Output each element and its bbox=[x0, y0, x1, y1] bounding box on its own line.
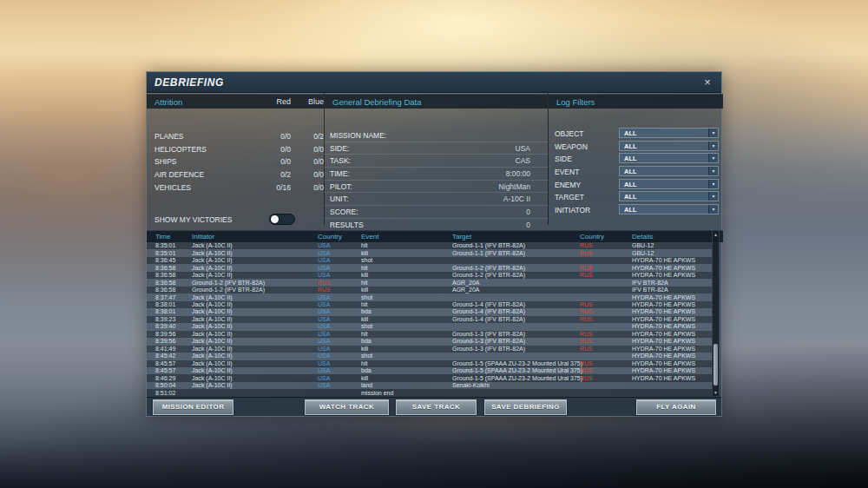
chevron-down-icon[interactable]: ▾ bbox=[708, 142, 718, 150]
attrition-blue-value: 0/0 bbox=[293, 170, 324, 179]
log-table-row[interactable]: 8:39:23 Jack (A-10C II) USA kill Ground-… bbox=[147, 316, 713, 323]
log-initiator-country: USA bbox=[316, 316, 359, 323]
log-initiator: Jack (A-10C II) bbox=[190, 382, 316, 389]
log-target: Ground-1-4 (IFV BTR-82A) bbox=[450, 308, 578, 315]
filter-event-dropdown[interactable]: ALL ▾ bbox=[619, 166, 719, 176]
chevron-down-icon[interactable]: ▾ bbox=[708, 167, 718, 175]
dropdown-value: ALL bbox=[624, 181, 637, 188]
log-table-row[interactable]: 8:46:29 Jack (A-10C II) USA kill Ground-… bbox=[147, 374, 713, 381]
scroll-down-icon[interactable]: ▼ bbox=[713, 389, 719, 396]
log-details: HYDRA-70 HE APKWS bbox=[630, 331, 713, 338]
log-table-row[interactable]: 8:51:02 mission end bbox=[147, 389, 713, 396]
log-event: shot bbox=[359, 257, 450, 264]
show-my-victories: SHOW MY VICTORIES bbox=[155, 213, 319, 227]
general-field-label: SIDE: bbox=[330, 144, 349, 153]
log-target: Ground-1-3 (IFV BTR-82A) bbox=[450, 346, 578, 353]
general-field-value: USA bbox=[516, 144, 530, 153]
log-initiator-country: USA bbox=[316, 360, 359, 367]
log-event: land bbox=[359, 382, 450, 389]
chevron-down-icon[interactable]: ▾ bbox=[708, 154, 718, 162]
general-field-value: CAS bbox=[516, 156, 530, 165]
fly-again-button[interactable]: FLY AGAIN bbox=[636, 399, 716, 415]
chevron-down-icon[interactable]: ▾ bbox=[708, 129, 718, 137]
chevron-down-icon[interactable]: ▾ bbox=[708, 180, 718, 188]
log-event: shot bbox=[359, 353, 450, 359]
log-table-row[interactable]: 8:36:58 Jack (A-10C II) USA kill Ground-… bbox=[147, 272, 713, 279]
save-debriefing-button[interactable]: SAVE DEBRIEFING bbox=[484, 399, 567, 415]
scrollbar-thumb[interactable] bbox=[713, 344, 718, 386]
log-table-row[interactable]: 8:36:45 Jack (A-10C II) USA shot HYDRA-7… bbox=[147, 257, 713, 264]
attrition-red-header: Red bbox=[266, 97, 291, 106]
attrition-blue-header: Blue bbox=[299, 97, 324, 106]
attrition-row: SHIPS 0/0 0/0 bbox=[147, 156, 324, 169]
general-field-label: RESULTS bbox=[330, 221, 364, 229]
log-initiator-country: USA bbox=[316, 250, 359, 257]
chevron-down-icon[interactable]: ▾ bbox=[708, 205, 718, 214]
log-time: 8:36:45 bbox=[150, 257, 190, 264]
log-table-row[interactable]: 8:35:01 Jack (A-10C II) USA hit Ground-1… bbox=[147, 242, 713, 249]
show-my-victories-toggle[interactable] bbox=[269, 214, 295, 225]
log-table-row[interactable]: 8:41:49 Jack (A-10C II) USA kill Ground-… bbox=[147, 346, 713, 353]
general-field-row: MISSION NAME: bbox=[324, 129, 548, 142]
log-initiator: Jack (A-10C II) bbox=[190, 265, 316, 272]
filter-label: EVENT bbox=[555, 168, 579, 176]
log-table-row[interactable]: 8:39:40 Jack (A-10C II) USA shot HYDRA-7… bbox=[147, 323, 713, 330]
log-target-country: RUS bbox=[578, 265, 630, 272]
log-event: kill bbox=[359, 375, 450, 382]
log-initiator-country: USA bbox=[316, 323, 359, 330]
log-table-rows: 8:35:01 Jack (A-10C II) USA hit Ground-1… bbox=[147, 242, 713, 397]
log-target: Ground-1-1 (IFV BTR-82A) bbox=[450, 242, 578, 249]
log-table-row[interactable]: 8:45:57 Jack (A-10C II) USA bda Ground-1… bbox=[147, 367, 713, 374]
log-table-row[interactable]: 8:39:56 Jack (A-10C II) USA hit Ground-1… bbox=[147, 331, 713, 338]
log-details: HYDRA-70 HE APKWS bbox=[630, 301, 713, 308]
log-table-row[interactable]: 8:45:57 Jack (A-10C II) USA hit Ground-1… bbox=[147, 360, 713, 367]
log-time: 8:46:29 bbox=[150, 375, 190, 382]
filter-enemy-dropdown[interactable]: ALL ▾ bbox=[619, 179, 719, 189]
log-time: 8:39:40 bbox=[150, 323, 190, 330]
log-details: HYDRA-70 HE APKWS bbox=[630, 346, 713, 353]
dropdown-value: ALL bbox=[624, 206, 637, 214]
log-table-row[interactable]: 8:37:47 Jack (A-10C II) USA shot HYDRA-7… bbox=[147, 293, 713, 300]
log-details: HYDRA-70 HE APKWS bbox=[630, 308, 713, 315]
dialog-titlebar: DEBRIEFING × bbox=[147, 72, 721, 93]
log-time: 8:37:47 bbox=[150, 294, 190, 301]
attrition-blue-value: 0/0 bbox=[293, 183, 324, 192]
log-target-country: RUS bbox=[578, 242, 630, 249]
close-icon[interactable]: × bbox=[700, 76, 714, 89]
filter-object-dropdown[interactable]: ALL ▾ bbox=[619, 128, 719, 138]
save-track-button[interactable]: SAVE TRACK bbox=[396, 399, 477, 415]
log-table-row[interactable]: 8:39:56 Jack (A-10C II) USA bda Ground-1… bbox=[147, 338, 713, 345]
attrition-row: AIR DEFENCE 0/2 0/0 bbox=[147, 169, 324, 182]
log-target: Ground-1-1 (IFV BTR-82A) bbox=[450, 250, 578, 257]
log-time: 8:39:23 bbox=[150, 316, 190, 323]
attrition-red-value: 0/0 bbox=[260, 145, 291, 154]
log-table-row[interactable]: 8:35:01 Jack (A-10C II) USA kill Ground-… bbox=[147, 249, 713, 256]
filter-side-dropdown[interactable]: ALL ▾ bbox=[619, 153, 719, 163]
scroll-up-icon[interactable]: ▲ bbox=[713, 231, 719, 238]
log-table-row[interactable]: 8:45:42 Jack (A-10C II) USA shot HYDRA-7… bbox=[147, 353, 713, 359]
log-scrollbar[interactable]: ▲ ▼ bbox=[712, 230, 720, 397]
log-table-row[interactable]: 8:38:01 Jack (A-10C II) USA bda Ground-1… bbox=[147, 308, 713, 315]
log-table-row[interactable]: 8:36:58 Jack (A-10C II) USA hit Ground-1… bbox=[147, 264, 713, 271]
filter-target-dropdown[interactable]: ALL ▾ bbox=[619, 191, 719, 201]
log-column-header: Country bbox=[316, 233, 359, 241]
log-table-row[interactable]: 8:50:04 Jack (A-10C II) USA land Senaki-… bbox=[147, 382, 713, 389]
log-details: IFV BTR-82A bbox=[630, 287, 713, 293]
log-initiator: Jack (A-10C II) bbox=[190, 375, 316, 382]
general-title: General Debriefing Data bbox=[332, 97, 421, 107]
log-table-row[interactable]: 8:36:58 Ground-1-2 (IFV BTR-82A) RUS kil… bbox=[147, 287, 713, 293]
log-time: 8:45:57 bbox=[150, 360, 190, 367]
log-target: AGR_20A bbox=[450, 280, 578, 287]
log-table-row[interactable]: 8:36:58 Ground-1-2 (IFV BTR-82A) RUS hit… bbox=[147, 279, 713, 286]
attrition-blue-value: 0/0 bbox=[293, 157, 324, 166]
filter-weapon-dropdown[interactable]: ALL ▾ bbox=[619, 141, 719, 151]
dropdown-value: ALL bbox=[624, 168, 637, 175]
log-table-row[interactable]: 8:38:01 Jack (A-10C II) USA hit Ground-1… bbox=[147, 301, 713, 308]
chevron-down-icon[interactable]: ▾ bbox=[708, 192, 718, 201]
log-initiator: Jack (A-10C II) bbox=[190, 367, 316, 374]
filter-initiator-dropdown[interactable]: ALL ▾ bbox=[619, 204, 719, 214]
mission-editor-button[interactable]: MISSION EDITOR bbox=[153, 399, 233, 415]
watch-track-button[interactable]: WATCH TRACK bbox=[305, 399, 389, 415]
attrition-row: HELICOPTERS 0/0 0/0 bbox=[147, 144, 324, 157]
log-initiator-country: USA bbox=[316, 272, 359, 279]
